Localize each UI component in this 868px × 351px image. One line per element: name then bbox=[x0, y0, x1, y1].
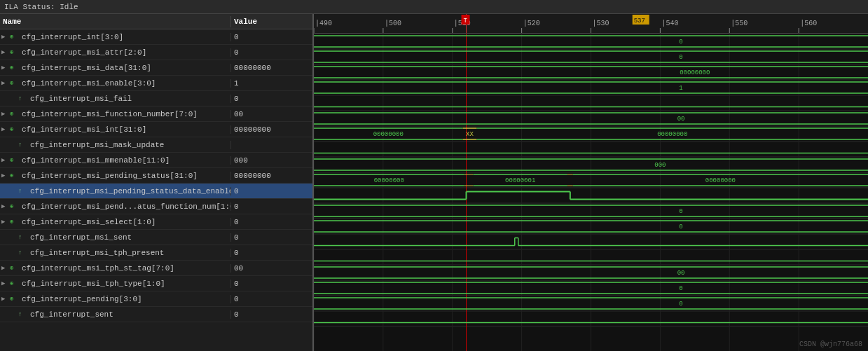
signal-name-text: cfg_interrupt_msi_attr[2:0] bbox=[22, 48, 146, 57]
signal-name-cell: ▶⊕cfg_interrupt_msi_pend...atus_function… bbox=[0, 202, 231, 211]
left-panel: Name Value ▶⊕cfg_interrupt_int[3:0]0▶⊕cf… bbox=[0, 14, 314, 351]
expand-icon[interactable]: ▶ bbox=[1, 110, 8, 118]
expand-icon[interactable]: ▶ bbox=[1, 64, 8, 71]
wave-group-icon: ⊕ bbox=[10, 125, 20, 133]
name-column-header: Name bbox=[0, 16, 231, 27]
expand-icon[interactable]: ▶ bbox=[1, 264, 8, 272]
signal-name-text: cfg_interrupt_msi_data[31:0] bbox=[22, 64, 151, 72]
waveform-area[interactable] bbox=[314, 34, 868, 351]
wave-group-icon: ⊕ bbox=[10, 202, 20, 210]
signal-value-cell: 00000000 bbox=[231, 172, 287, 180]
signal-row[interactable]: ↑cfg_interrupt_sent0 bbox=[0, 307, 312, 322]
value-column-header: Value bbox=[231, 16, 260, 27]
signal-name-cell: ↑cfg_interrupt_msi_pending_status_data_e… bbox=[0, 187, 231, 195]
wave-group-icon: ⊕ bbox=[10, 64, 20, 71]
signal-name-text: cfg_interrupt_msi_function_number[7:0] bbox=[22, 110, 198, 118]
signal-row[interactable]: ↑cfg_interrupt_msi_sent0 bbox=[0, 230, 312, 245]
signal-row[interactable]: ▶⊕cfg_interrupt_msi_mmenable[11:0]000 bbox=[0, 153, 312, 168]
svg-text:|530: |530 bbox=[593, 20, 609, 27]
signal-row[interactable]: ▶⊕cfg_interrupt_int[3:0]0 bbox=[0, 29, 312, 45]
main-container: Name Value ▶⊕cfg_interrupt_int[3:0]0▶⊕cf… bbox=[0, 14, 868, 351]
signal-row[interactable]: ▶⊕cfg_interrupt_pending[3:0]0 bbox=[0, 291, 312, 307]
signal-name-text: cfg_interrupt_msi_pending_status[31:0] bbox=[22, 172, 198, 180]
title-bar: ILA Status: Idle bbox=[0, 0, 868, 14]
expand-icon[interactable]: ▶ bbox=[1, 172, 8, 179]
expand-icon[interactable]: ▶ bbox=[1, 48, 8, 56]
signal-row[interactable]: ↑cfg_interrupt_msi_pending_status_data_e… bbox=[0, 184, 312, 199]
signal-row[interactable]: ↑cfg_interrupt_msi_tph_present0 bbox=[0, 245, 312, 261]
signal-value-cell: 0 bbox=[231, 233, 287, 242]
wave-group-icon: ⊕ bbox=[10, 79, 20, 87]
signal-name-cell: ▶⊕cfg_interrupt_msi_tph_type[1:0] bbox=[0, 280, 231, 288]
signal-row[interactable]: ↑cfg_interrupt_msi_fail0 bbox=[0, 91, 312, 106]
signal-name-text: cfg_interrupt_msi_tph_present bbox=[30, 249, 164, 257]
signal-name-text: cfg_interrupt_int[3:0] bbox=[22, 33, 123, 41]
signal-value-cell: 0 bbox=[231, 310, 287, 319]
signal-name-cell: ▶⊕cfg_interrupt_pending[3:0] bbox=[0, 295, 231, 303]
wave-group-icon: ⊕ bbox=[10, 280, 20, 287]
signal-value-cell: 0 bbox=[231, 202, 287, 211]
signal-row[interactable]: ▶⊕cfg_interrupt_msi_enable[3:0]1 bbox=[0, 76, 312, 91]
expand-icon[interactable]: ▶ bbox=[1, 33, 8, 41]
signal-row[interactable]: ▶⊕cfg_interrupt_msi_int[31:0]00000000 bbox=[0, 122, 312, 137]
signal-name-cell: ▶⊕cfg_interrupt_msi_enable[3:0] bbox=[0, 79, 231, 88]
signal-name-text: cfg_interrupt_msi_tph_type[1:0] bbox=[22, 280, 165, 288]
signal-list[interactable]: ▶⊕cfg_interrupt_int[3:0]0▶⊕cfg_interrupt… bbox=[0, 29, 312, 351]
wave-single-icon: ↑ bbox=[18, 142, 28, 149]
signal-value-cell: 0 bbox=[231, 295, 287, 303]
signal-value-cell: 00000000 bbox=[231, 125, 287, 134]
signal-row[interactable]: ▶⊕cfg_interrupt_msi_pend...atus_function… bbox=[0, 199, 312, 214]
expand-icon[interactable]: ▶ bbox=[1, 125, 8, 133]
signal-name-cell: ↑cfg_interrupt_sent bbox=[0, 310, 231, 319]
signal-name-text: cfg_interrupt_msi_mmenable[11:0] bbox=[22, 156, 170, 165]
svg-text:|550: |550 bbox=[731, 20, 748, 27]
signal-name-cell: ▶⊕cfg_interrupt_msi_attr[2:0] bbox=[0, 48, 231, 57]
signal-name-text: cfg_interrupt_msi_fail bbox=[30, 95, 132, 103]
column-headers: Name Value bbox=[0, 14, 312, 29]
wave-single-icon: ↑ bbox=[18, 188, 28, 195]
svg-text:|500: |500 bbox=[385, 20, 401, 27]
signal-row[interactable]: ▶⊕cfg_interrupt_msi_tph_type[1:0]0 bbox=[0, 276, 312, 291]
signal-value-cell: 00 bbox=[231, 110, 287, 118]
signal-value-cell: 1 bbox=[231, 79, 287, 88]
expand-icon[interactable]: ▶ bbox=[1, 295, 8, 303]
signal-row[interactable]: ▶⊕cfg_interrupt_msi_tph_st_tag[7:0]00 bbox=[0, 261, 312, 276]
signal-row[interactable]: ▶⊕cfg_interrupt_msi_data[31:0]00000000 bbox=[0, 60, 312, 76]
wave-group-icon: ⊕ bbox=[10, 33, 20, 41]
expand-icon[interactable]: ▶ bbox=[1, 79, 8, 87]
signal-name-cell: ↑cfg_interrupt_msi_sent bbox=[0, 233, 231, 242]
signal-row[interactable]: ▶⊕cfg_interrupt_msi_pending_status[31:0]… bbox=[0, 168, 312, 184]
svg-text:537: 537 bbox=[634, 18, 645, 25]
signal-value-cell: 0 bbox=[231, 249, 287, 257]
expand-icon[interactable]: ▶ bbox=[1, 156, 8, 164]
wave-group-icon: ⊕ bbox=[10, 264, 20, 272]
signal-name-text: cfg_interrupt_sent bbox=[30, 310, 113, 319]
signal-name-cell: ▶⊕cfg_interrupt_msi_pending_status[31:0] bbox=[0, 172, 231, 180]
signal-value-cell: 000 bbox=[231, 156, 287, 165]
wave-group-icon: ⊕ bbox=[10, 110, 20, 118]
signal-name-cell: ▶⊕cfg_interrupt_msi_tph_st_tag[7:0] bbox=[0, 264, 231, 273]
wave-group-icon: ⊕ bbox=[10, 172, 20, 179]
watermark: CSDN @wjn776a68 bbox=[799, 340, 862, 348]
svg-text:|490: |490 bbox=[315, 20, 332, 27]
expand-icon[interactable]: ▶ bbox=[1, 218, 8, 226]
wave-single-icon: ↑ bbox=[18, 95, 28, 102]
title-text: ILA Status: Idle bbox=[4, 3, 78, 11]
svg-text:|560: |560 bbox=[800, 20, 817, 27]
wave-single-icon: ↑ bbox=[18, 249, 28, 256]
wave-single-icon: ↑ bbox=[18, 234, 28, 241]
signal-value-cell: 00000000 bbox=[231, 64, 287, 72]
signal-value-cell: 0 bbox=[231, 33, 287, 41]
signal-row[interactable]: ▶⊕cfg_interrupt_msi_function_number[7:0]… bbox=[0, 106, 312, 122]
wave-group-icon: ⊕ bbox=[10, 218, 20, 226]
wave-single-icon: ↑ bbox=[18, 311, 28, 318]
expand-icon[interactable]: ▶ bbox=[1, 202, 8, 210]
signal-name-cell: ↑cfg_interrupt_msi_fail bbox=[0, 95, 231, 103]
signal-row[interactable]: ▶⊕cfg_interrupt_msi_attr[2:0]0 bbox=[0, 45, 312, 60]
signal-name-text: cfg_interrupt_msi_pend...atus_function_n… bbox=[22, 202, 231, 211]
signal-row[interactable]: ▶⊕cfg_interrupt_msi_select[1:0]0 bbox=[0, 214, 312, 230]
signal-row[interactable]: ↑cfg_interrupt_msi_mask_update bbox=[0, 137, 312, 153]
signal-name-cell: ▶⊕cfg_interrupt_int[3:0] bbox=[0, 33, 231, 41]
signal-name-text: cfg_interrupt_msi_int[31:0] bbox=[22, 125, 146, 134]
expand-icon[interactable]: ▶ bbox=[1, 280, 8, 287]
